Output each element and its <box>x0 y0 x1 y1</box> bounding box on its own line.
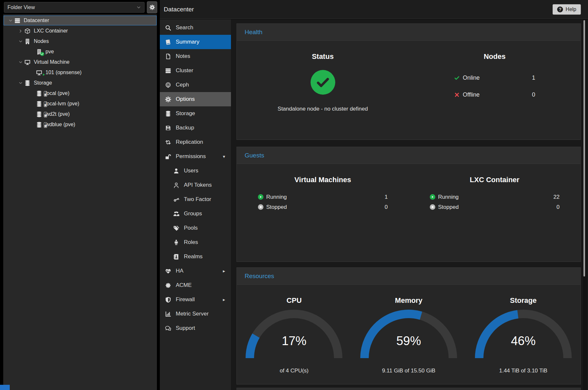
tree-item-virtual-machine[interactable]: Virtual Machine <box>4 57 157 67</box>
tree-item-label: Nodes <box>34 38 49 44</box>
storage-usage-icon <box>44 112 47 117</box>
menu-item-label: ACME <box>176 282 192 289</box>
tree-item-lxc-container[interactable]: LXC Container <box>4 26 157 36</box>
node-status-label: Online <box>463 74 480 81</box>
menu-item-metric-server[interactable]: Metric Server <box>160 307 231 321</box>
menu-item-users[interactable]: Users <box>160 164 231 178</box>
chevron-down-icon <box>136 5 141 10</box>
replicate-icon <box>165 139 172 145</box>
status-message: Standalone node - no cluster defined <box>278 106 368 112</box>
building-icon <box>24 38 31 45</box>
gauge: 59% <box>360 309 457 359</box>
gauge-sublabel: 9.11 GiB of 15.50 GiB <box>382 368 435 374</box>
menu-item-summary[interactable]: Summary <box>160 35 231 49</box>
tree-item-label: local (pve) <box>45 90 70 96</box>
cross-icon <box>454 92 460 98</box>
menu-item-label: Pools <box>184 225 198 231</box>
top-bar: Datacenter ? Help <box>160 0 588 19</box>
health-panel-title: Health <box>237 24 581 41</box>
guest-status-row: Stopped 0 <box>258 202 388 212</box>
tree-item-pve[interactable]: pve <box>4 47 157 57</box>
help-button[interactable]: ? Help <box>553 4 581 15</box>
gauge-sublabel: 1.44 TiB of 3.10 TiB <box>499 368 547 374</box>
menu-item-options[interactable]: Options <box>160 92 231 106</box>
tree-item-wd2t-pve[interactable]: wd2t (pve) <box>4 109 157 119</box>
gauge-sublabel: of 4 CPU(s) <box>280 368 309 374</box>
expand-caret-icon[interactable] <box>6 19 14 23</box>
check-icon <box>454 75 460 81</box>
menu-item-replication[interactable]: Replication <box>160 135 231 149</box>
menu-item-label: Permissions <box>176 153 206 160</box>
tree-item-nodes[interactable]: Nodes <box>4 36 157 46</box>
gauge-percent: 17% <box>245 334 343 348</box>
heartbeat-icon <box>165 268 172 274</box>
tree-item-wdblue-pve[interactable]: wdblue (pve) <box>4 120 157 129</box>
menu-item-label: Search <box>176 24 193 31</box>
health-panel: Health Status Standalone node - no clust… <box>236 23 581 140</box>
menu-item-firewall[interactable]: Firewall ▸ <box>160 292 231 307</box>
tree-item-datacenter[interactable]: Datacenter <box>4 16 157 25</box>
guest-table: Running 1 Stopped 0 <box>258 192 388 212</box>
resource-tree: Datacenter LXC Container Nodes pve Virtu… <box>3 14 157 390</box>
expand-caret-icon[interactable] <box>17 39 24 44</box>
tree-item-local-pve[interactable]: local (pve) <box>4 88 157 98</box>
shield-icon <box>165 297 172 303</box>
tree-view-selector[interactable]: Folder View <box>4 2 145 13</box>
menu-item-api-tokens[interactable]: API Tokens <box>160 178 231 192</box>
key-icon <box>173 196 180 203</box>
menu-item-cluster[interactable]: Cluster <box>160 63 231 78</box>
play-circle-icon <box>258 194 263 200</box>
gauge-percent: 59% <box>360 334 457 348</box>
stop-circle-icon <box>430 204 435 210</box>
tree-item-label: pve <box>45 49 54 55</box>
menu-item-roles[interactable]: Roles <box>160 235 231 249</box>
menu-item-label: Metric Server <box>176 311 209 317</box>
tags-icon <box>173 225 180 231</box>
tree-item-local-lvm-pve[interactable]: local-lvm (pve) <box>4 99 157 109</box>
menu-item-label: Groups <box>184 210 202 217</box>
menu-item-label: Cluster <box>176 67 193 74</box>
menu-item-backup[interactable]: Backup <box>160 121 231 135</box>
menu-item-support[interactable]: Support <box>160 321 231 335</box>
expand-caret-icon[interactable] <box>17 29 24 33</box>
menu-item-ceph[interactable]: Ceph <box>160 78 231 92</box>
tree-settings-button[interactable] <box>147 1 157 13</box>
menu-item-notes[interactable]: Notes <box>160 49 231 63</box>
menu-item-search[interactable]: Search <box>160 20 231 35</box>
database-icon <box>36 111 43 117</box>
node-status-value: 0 <box>532 91 535 98</box>
expand-arrow-icon: ▾ <box>223 154 225 159</box>
guests-panel: Guests Virtual Machines Running 1 Stoppe… <box>236 147 581 262</box>
guest-state-label: Running <box>266 194 287 200</box>
tree-item-label: LXC Container <box>34 28 68 34</box>
nodes-table: Online 1 Offline 0 <box>454 69 535 103</box>
menu-item-label: Options <box>176 96 195 102</box>
expand-caret-icon[interactable] <box>17 81 24 85</box>
menu-item-groups[interactable]: Groups <box>160 207 231 221</box>
page-title: Datacenter <box>164 0 194 19</box>
tree-item-101-opnsense[interactable]: 101 (opnsense) <box>4 68 157 77</box>
menu-item-realms[interactable]: Realms <box>160 249 231 264</box>
guest-state-label: Running <box>438 194 459 200</box>
guest-column-lxc-container: LXC Container Running 22 Stopped 0 <box>409 164 581 212</box>
guest-state-value: 0 <box>556 204 559 210</box>
users-icon <box>173 211 180 217</box>
menu-item-label: Realms <box>184 253 203 260</box>
menu-item-permissions[interactable]: Permissions ▾ <box>160 149 231 164</box>
building-icon <box>36 49 43 55</box>
floppy-icon <box>165 125 172 131</box>
user-icon <box>173 168 180 174</box>
menu-item-acme[interactable]: ACME <box>160 278 231 292</box>
menu-item-two-factor[interactable]: Two Factor <box>160 192 231 207</box>
scrollbar-thumb[interactable] <box>583 20 585 276</box>
guests-panel-title: Guests <box>237 147 581 164</box>
menu-item-ha[interactable]: HA ▸ <box>160 264 231 278</box>
tree-item-label: local-lvm (pve) <box>45 101 79 107</box>
menu-item-storage[interactable]: Storage <box>160 106 231 121</box>
guest-column-virtual-machines: Virtual Machines Running 1 Stopped 0 <box>237 164 409 212</box>
expand-caret-icon[interactable] <box>17 60 24 64</box>
tree-item-storage[interactable]: Storage <box>4 78 157 88</box>
database-icon <box>36 90 43 97</box>
tree-item-label: wd2t (pve) <box>45 111 70 117</box>
menu-item-pools[interactable]: Pools <box>160 221 231 235</box>
